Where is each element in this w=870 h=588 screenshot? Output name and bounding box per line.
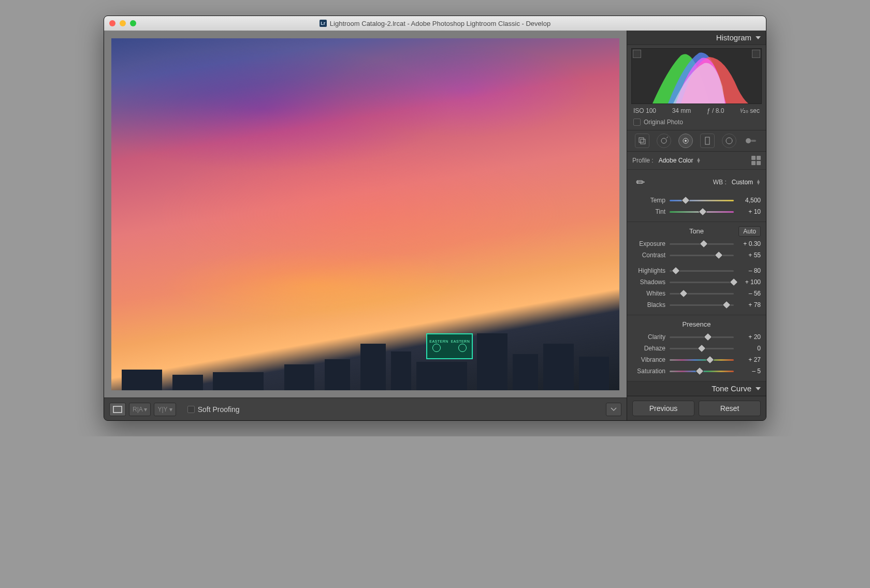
toolbar-options-button[interactable] (606, 403, 621, 416)
whites-slider[interactable] (670, 290, 734, 297)
profile-row: Profile : Adobe Color ▲▼ (627, 152, 766, 170)
exposure-slider[interactable] (670, 240, 734, 247)
white-balance-section: ✎ WB : Custom ▲▼ Temp 4,500 Tint + 10 (627, 170, 766, 222)
app-window: Lr Lightroom Catalog-2.lrcat - Adobe Pho… (104, 16, 766, 421)
photo-preview[interactable] (111, 38, 619, 390)
reset-button[interactable]: Reset (699, 401, 761, 416)
vibrance-value[interactable]: + 27 (738, 356, 761, 363)
wb-dropdown[interactable]: Custom ▲▼ (732, 179, 761, 186)
original-photo-label: Original Photo (644, 119, 683, 126)
tint-row: Tint + 10 (632, 206, 761, 217)
presence-section: Presence Clarity+ 20 Dehaze0 Vibrance+ 2… (627, 315, 766, 381)
chevron-down-icon (756, 387, 761, 390)
tone-title-text: Tone (689, 227, 704, 235)
blacks-label: Blacks (632, 301, 665, 308)
before-after-tb-button[interactable]: Y|Y ▾ (154, 403, 176, 416)
histogram-header[interactable]: Histogram (627, 31, 766, 45)
dehaze-value[interactable]: 0 (738, 345, 761, 352)
tint-slider[interactable] (670, 208, 734, 215)
profile-value: Adobe Color (659, 157, 693, 164)
svg-line-4 (666, 137, 668, 138)
histogram-panel: ISO 100 34 mm ƒ / 8.0 ¹⁄₂₀ sec Original … (627, 45, 766, 130)
svg-rect-0 (113, 406, 122, 413)
whites-value[interactable]: – 56 (738, 290, 761, 297)
contrast-label: Contrast (632, 252, 665, 259)
tint-value[interactable]: + 10 (738, 208, 761, 215)
shadows-value[interactable]: + 100 (738, 278, 761, 286)
profile-browser-icon[interactable] (751, 156, 761, 165)
highlights-slider[interactable] (670, 267, 734, 274)
panel-footer: Previous Reset (627, 396, 766, 420)
soft-proofing-checkbox[interactable] (187, 406, 195, 413)
original-photo-checkbox[interactable] (633, 119, 641, 126)
tone-section: Tone Auto Exposure+ 0.30 Contrast+ 55 Hi… (627, 222, 766, 315)
exposure-label: Exposure (632, 240, 665, 247)
window-title-text: Lightroom Catalog-2.lrcat - Adobe Photos… (330, 20, 550, 27)
highlights-value[interactable]: – 80 (738, 267, 761, 274)
wb-value: Custom (732, 179, 753, 186)
svg-point-3 (661, 138, 666, 143)
vibrance-slider[interactable] (670, 356, 734, 363)
exif-row: ISO 100 34 mm ƒ / 8.0 ¹⁄₂₀ sec (631, 104, 762, 116)
titlebar: Lr Lightroom Catalog-2.lrcat - Adobe Pho… (104, 16, 766, 31)
presence-title: Presence (632, 319, 761, 331)
profile-dropdown[interactable]: Adobe Color ▲▼ (659, 157, 746, 164)
wb-label: WB : (713, 179, 727, 186)
auto-tone-button[interactable]: Auto (738, 226, 761, 237)
tone-curve-header[interactable]: Tone Curve (627, 381, 766, 396)
highlights-label: Highlights (632, 267, 665, 274)
blacks-slider[interactable] (670, 301, 734, 308)
svg-point-6 (685, 140, 687, 142)
saturation-slider[interactable] (670, 368, 734, 375)
histogram-graph[interactable] (631, 48, 762, 104)
temp-label: Temp (632, 197, 665, 204)
tone-curve-title: Tone Curve (712, 384, 751, 393)
dehaze-slider[interactable] (670, 345, 734, 352)
saturation-value[interactable]: – 5 (738, 368, 761, 375)
exif-shutter: ¹⁄₂₀ sec (740, 107, 760, 114)
tone-title: Tone Auto (632, 226, 761, 238)
contrast-slider[interactable] (670, 252, 734, 259)
spot-removal-tool-icon[interactable] (657, 134, 671, 148)
clarity-slider[interactable] (670, 333, 734, 341)
loupe-view-button[interactable] (109, 403, 126, 416)
previous-button[interactable]: Previous (632, 401, 694, 416)
right-panel: Histogram ISO 100 34 (627, 31, 766, 420)
photo-skyline (111, 323, 619, 390)
exposure-value[interactable]: + 0.30 (738, 240, 761, 247)
radial-filter-tool-icon[interactable] (722, 134, 736, 148)
temp-slider[interactable] (670, 197, 734, 204)
vibrance-label: Vibrance (632, 356, 665, 363)
dehaze-label: Dehaze (632, 345, 665, 352)
temp-row: Temp 4,500 (632, 195, 761, 206)
before-after-lr-button[interactable]: R|A ▾ (129, 403, 151, 416)
clarity-value[interactable]: + 20 (738, 333, 761, 341)
app-icon: Lr (320, 20, 327, 27)
updown-icon: ▲▼ (756, 180, 761, 185)
crop-tool-icon[interactable] (635, 134, 649, 148)
profile-label: Profile : (632, 157, 654, 164)
graduated-filter-tool-icon[interactable] (700, 134, 715, 148)
redeye-tool-icon[interactable] (678, 134, 693, 148)
svg-rect-2 (641, 139, 645, 144)
main-column: R|A ▾ Y|Y ▾ Soft Proofing (104, 31, 627, 420)
updown-icon: ▲▼ (696, 158, 701, 163)
canvas-area (104, 31, 627, 398)
wb-eyedropper-icon[interactable]: ✎ (629, 170, 652, 194)
soft-proofing-label: Soft Proofing (198, 405, 240, 414)
saturation-label: Saturation (632, 368, 665, 375)
window-title: Lr Lightroom Catalog-2.lrcat - Adobe Pho… (104, 20, 766, 27)
bottom-toolbar: R|A ▾ Y|Y ▾ Soft Proofing (104, 398, 627, 420)
exif-aperture: ƒ / 8.0 (707, 107, 724, 114)
contrast-value[interactable]: + 55 (738, 252, 761, 259)
svg-rect-7 (705, 137, 709, 144)
shadows-slider[interactable] (670, 278, 734, 286)
whites-label: Whites (632, 290, 665, 297)
exif-focal: 34 mm (672, 107, 691, 114)
temp-value[interactable]: 4,500 (738, 197, 761, 204)
exif-iso: ISO 100 (633, 107, 656, 114)
svg-point-9 (746, 138, 751, 143)
adjustment-brush-tool-icon[interactable] (744, 134, 758, 148)
blacks-value[interactable]: + 78 (738, 301, 761, 308)
svg-rect-10 (751, 140, 756, 142)
